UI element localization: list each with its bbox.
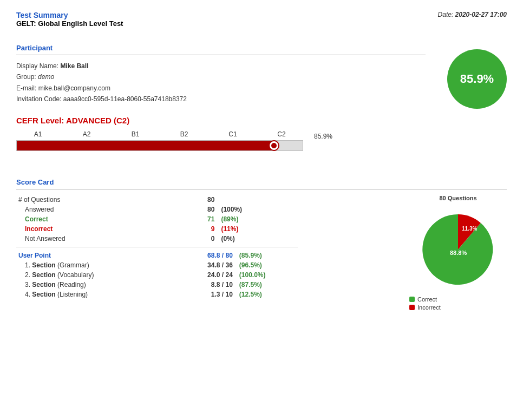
cefr-bar-container bbox=[16, 140, 303, 151]
incorrect-label: Incorrect bbox=[16, 224, 176, 234]
incorrect-pct: (11%) bbox=[219, 224, 298, 234]
cefr-labels: A1 A2 B1 B2 C1 C2 bbox=[16, 130, 303, 138]
not-answered-row: Not Answered 0 (0%) bbox=[16, 234, 298, 244]
invitation-label: Invitation Code: bbox=[16, 95, 61, 103]
section-4-label: 4. Section (Listening) bbox=[16, 290, 174, 299]
cefr-level: ADVANCED (C2) bbox=[66, 116, 129, 125]
score-circle-value: 85.9% bbox=[460, 72, 494, 86]
pie-chart-area: 80 Questions bbox=[409, 195, 507, 312]
participant-label: Participant bbox=[16, 44, 426, 52]
not-answered-label: Not Answered bbox=[16, 234, 176, 244]
participant-section: Participant Display Name: Mike Ball Grou… bbox=[16, 44, 426, 105]
pie-title: 80 Questions bbox=[409, 195, 507, 201]
participant-area: Participant Display Name: Mike Ball Grou… bbox=[16, 44, 426, 167]
user-point-value: 68.8 / 80 bbox=[174, 251, 237, 260]
correct-value: 71 bbox=[176, 214, 219, 224]
section-row-1: 1. Section (Grammar) 34.8 / 36 (96.5%) bbox=[16, 260, 298, 270]
display-name-row: Display Name: Mike Ball bbox=[16, 61, 426, 71]
legend-incorrect: Incorrect bbox=[409, 304, 507, 311]
participant-divider bbox=[16, 55, 426, 55]
header-left: Test Summary GELT: Global English Level … bbox=[16, 11, 123, 28]
section-3-value: 8.8 / 10 bbox=[174, 280, 237, 290]
cefr-b2: B2 bbox=[162, 130, 206, 138]
display-name-value: Mike Ball bbox=[60, 62, 88, 70]
section-4-value: 1.3 / 10 bbox=[174, 290, 237, 299]
user-point-label: User Point bbox=[16, 251, 174, 260]
score-table: # of Questions 80 Answered 80 (100%) Cor… bbox=[16, 195, 298, 244]
questions-row: # of Questions 80 bbox=[16, 195, 298, 205]
legend-correct: Correct bbox=[409, 296, 507, 303]
scorecard-label: Score Card bbox=[16, 178, 507, 186]
cefr-bar-fill bbox=[17, 141, 274, 150]
participant-info: Display Name: Mike Ball Group: demo E-ma… bbox=[16, 61, 426, 105]
legend-incorrect-label: Incorrect bbox=[417, 304, 441, 311]
email-row: E-mail: mike.ball@company.com bbox=[16, 83, 426, 94]
section-4-pct: (12.5%) bbox=[237, 290, 298, 299]
section-3-pct: (87.5%) bbox=[237, 280, 298, 290]
test-name: GELT: Global English Level Test bbox=[16, 19, 123, 28]
score-circle-area: 85.9% bbox=[447, 49, 507, 109]
cefr-a2: A2 bbox=[65, 130, 108, 138]
correct-label: Correct bbox=[16, 214, 176, 224]
not-answered-pct: (0%) bbox=[219, 234, 298, 244]
cefr-b1: B1 bbox=[114, 130, 157, 138]
incorrect-row: Incorrect 9 (11%) bbox=[16, 224, 298, 234]
group-row: Group: demo bbox=[16, 71, 426, 82]
section-2-value: 24.0 / 24 bbox=[174, 270, 237, 280]
section-2-pct: (100.0%) bbox=[237, 270, 298, 280]
section-3-label: 3. Section (Reading) bbox=[16, 280, 174, 290]
answered-pct: (100%) bbox=[219, 205, 298, 214]
answered-row: Answered 80 (100%) bbox=[16, 205, 298, 214]
user-point-row: User Point 68.8 / 80 (85.9%) bbox=[16, 251, 298, 260]
pie-incorrect-label: 11.3% bbox=[462, 226, 477, 232]
answered-value: 80 bbox=[176, 205, 219, 214]
legend-correct-dot bbox=[409, 297, 415, 302]
scorecard-section: Score Card # of Questions 80 Answered 80… bbox=[16, 178, 507, 312]
score-circle: 85.9% bbox=[447, 49, 507, 109]
cefr-marker bbox=[270, 141, 278, 150]
pie-legend: Correct Incorrect bbox=[409, 296, 507, 311]
section-row-2: 2. Section (Vocabulary) 24.0 / 24 (100.0… bbox=[16, 270, 298, 280]
cefr-c2: C2 bbox=[260, 130, 303, 138]
header-date: Date: 2020-02-27 17:00 bbox=[438, 11, 507, 18]
cefr-score-label: 85.9% bbox=[314, 133, 332, 140]
section-2-label: 2. Section (Vocabulary) bbox=[16, 270, 174, 280]
score-divider bbox=[16, 247, 298, 247]
user-point-table: User Point 68.8 / 80 (85.9%) 1. Section … bbox=[16, 251, 298, 299]
test-summary-link[interactable]: Test Summary bbox=[16, 11, 123, 19]
display-name-label: Display Name: bbox=[16, 62, 58, 70]
cefr-a1: A1 bbox=[16, 130, 60, 138]
scorecard-layout: # of Questions 80 Answered 80 (100%) Cor… bbox=[16, 195, 507, 312]
scorecard-divider bbox=[16, 189, 507, 189]
section-row-3: 3. Section (Reading) 8.8 / 10 (87.5%) bbox=[16, 280, 298, 290]
invitation-value: aaaa9cc0-595d-11ea-8060-55a7418b8372 bbox=[63, 95, 187, 103]
cefr-c1: C1 bbox=[211, 130, 254, 138]
section-1-pct: (96.5%) bbox=[237, 260, 298, 270]
scorecard-left: # of Questions 80 Answered 80 (100%) Cor… bbox=[16, 195, 298, 299]
not-answered-value: 0 bbox=[176, 234, 219, 244]
pie-correct-label: 88.8% bbox=[450, 250, 467, 256]
legend-incorrect-dot bbox=[409, 305, 415, 310]
legend-correct-label: Correct bbox=[417, 296, 437, 303]
section-1-value: 34.8 / 36 bbox=[174, 260, 237, 270]
email-label: E-mail: bbox=[16, 84, 36, 92]
top-section: Participant Display Name: Mike Ball Grou… bbox=[16, 44, 507, 167]
email-value: mike.ball@company.com bbox=[38, 84, 110, 92]
invitation-row: Invitation Code: aaaa9cc0-595d-11ea-8060… bbox=[16, 94, 426, 104]
answered-label: Answered bbox=[16, 205, 176, 214]
pie-container: 80 Questions bbox=[409, 195, 507, 311]
section-1-label: 1. Section (Grammar) bbox=[16, 260, 174, 270]
section-row-4: 4. Section (Listening) 1.3 / 10 (12.5%) bbox=[16, 290, 298, 299]
questions-value: 80 bbox=[176, 195, 219, 205]
questions-label: # of Questions bbox=[16, 195, 176, 205]
group-value: demo bbox=[38, 73, 54, 81]
correct-row: Correct 71 (89%) bbox=[16, 214, 298, 224]
cefr-label: CEFR Level: bbox=[16, 116, 64, 125]
page-header: Test Summary GELT: Global English Level … bbox=[16, 11, 507, 28]
pie-chart-svg: 88.8% 11.3% bbox=[409, 204, 507, 290]
cefr-section: CEFR Level: ADVANCED (C2) A1 A2 B1 B2 C1… bbox=[16, 116, 426, 151]
cefr-scale: A1 A2 B1 B2 C1 C2 85.9% bbox=[16, 130, 303, 151]
user-point-pct: (85.9%) bbox=[237, 251, 298, 260]
cefr-title: CEFR Level: ADVANCED (C2) bbox=[16, 116, 426, 125]
group-label: Group: bbox=[16, 73, 36, 81]
